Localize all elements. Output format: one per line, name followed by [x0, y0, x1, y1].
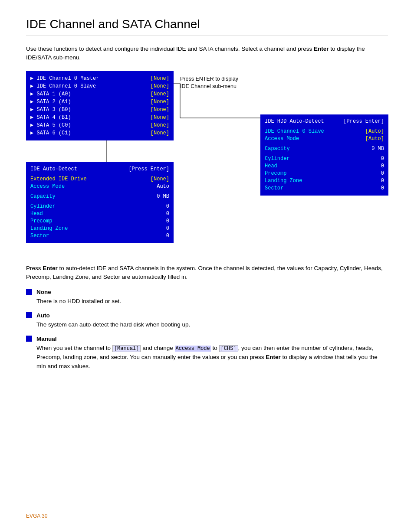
- bullet-none-content: None There is no HDD installed or set.: [36, 288, 121, 306]
- bullet-checkbox-auto: [26, 312, 32, 318]
- bullet-checkbox-manual: [26, 336, 32, 342]
- page-title: IDE Channel and SATA Channel: [26, 17, 388, 36]
- sata-row-capacity: Capacity 0 MB: [30, 193, 169, 200]
- sata-row-sector: Sector 0: [30, 232, 169, 240]
- bios-main-menu: ▶ IDE Channel 0 Master [None] ▶ IDE Chan…: [26, 71, 174, 140]
- bullet-auto-content: Auto The system can auto-detect the hard…: [36, 311, 190, 330]
- ide-row-capacity: Capacity 0 MB: [265, 145, 384, 153]
- ide-row-precomp: Precomp 0: [265, 170, 384, 177]
- code-manual: [Manual]: [112, 345, 141, 352]
- callout-ide-note: Press ENTER to displayIDE Channel sub-me…: [180, 75, 238, 91]
- sata-row-autodetect: IDE Auto-Detect [Press Enter]: [30, 166, 169, 173]
- bios-row-sata4: ▶ SATA 4 (B1) [None]: [30, 114, 169, 121]
- footer: EVGA 30: [26, 512, 47, 519]
- sata-submenu: IDE Auto-Detect [Press Enter] Extended I…: [26, 162, 174, 243]
- sata-row-head: Head 0: [30, 210, 169, 218]
- ide-row-cylinder: Cylinder 0: [265, 155, 384, 163]
- ide-row-landingzone: Landing Zone 0: [265, 177, 384, 185]
- bios-row-sata3: ▶ SATA 3 (B0) [None]: [30, 106, 169, 114]
- sata-row-extended-ide: Extended IDE Drive [None]: [30, 176, 169, 183]
- bios-row-sata1: ▶ SATA 1 (A0) [None]: [30, 90, 169, 98]
- prose-paragraph: Press Enter to auto-detect IDE and SATA …: [26, 264, 388, 282]
- bios-screens-area: ▶ IDE Channel 0 Master [None] ▶ IDE Chan…: [26, 71, 404, 253]
- ide-row-sector: Sector 0: [265, 185, 384, 192]
- bios-row-sata2: ▶ SATA 2 (A1) [None]: [30, 98, 169, 106]
- ide-submenu: IDE HDD Auto-Detect [Press Enter] IDE Ch…: [260, 114, 388, 196]
- sata-row-access-mode: Access Mode Auto: [30, 183, 169, 190]
- ide-row-access-mode: Access Mode [Auto]: [265, 135, 384, 143]
- bullet-checkbox-none: [26, 289, 32, 295]
- sata-row-landingzone: Landing Zone 0: [30, 225, 169, 232]
- bios-row-sata5: ▶ SATA 5 (C0) [None]: [30, 121, 169, 129]
- sata-row-cylinder: Cylinder 0: [30, 203, 169, 210]
- bios-row-ide0master: ▶ IDE Channel 0 Master [None]: [30, 75, 169, 82]
- bios-row-sata6: ▶ SATA 6 (C1) [None]: [30, 129, 169, 137]
- bullet-manual-content: Manual When you set the channel to [Manu…: [36, 335, 388, 371]
- bullet-manual: Manual When you set the channel to [Manu…: [26, 335, 388, 371]
- bullet-auto: Auto The system can auto-detect the hard…: [26, 311, 388, 330]
- bios-row-ide0slave: ▶ IDE Channel 0 Slave [None]: [30, 82, 169, 90]
- sata-row-precomp: Precomp 0: [30, 218, 169, 225]
- ide-row-channel0slave: IDE Channel 0 Slave [Auto]: [265, 128, 384, 135]
- ide-row-autodetect: IDE HDD Auto-Detect [Press Enter]: [265, 118, 384, 125]
- intro-paragraph: Use these functions to detect and config…: [26, 45, 388, 62]
- code-chs: [CHS]: [219, 345, 238, 352]
- ide-row-head: Head 0: [265, 163, 384, 170]
- bullet-none: None There is no HDD installed or set.: [26, 288, 388, 306]
- highlight-access-mode: Access Mode: [175, 346, 211, 352]
